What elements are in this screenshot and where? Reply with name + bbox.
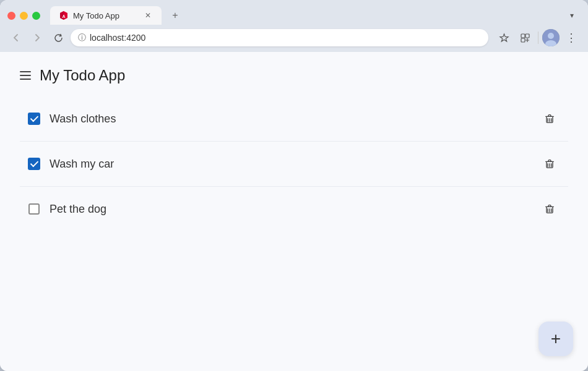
svg-rect-14 — [549, 163, 550, 167]
svg-rect-17 — [547, 208, 548, 212]
tab-dropdown-button[interactable]: ▾ — [563, 7, 581, 24]
tab-row: A My Todo App ✕ + ▾ — [7, 6, 581, 25]
svg-rect-18 — [549, 208, 550, 212]
hamburger-icon[interactable] — [20, 71, 31, 80]
todo-label: Wash clothes — [50, 113, 530, 126]
todo-checkbox[interactable] — [27, 157, 41, 171]
browser-window: A My Todo App ✕ + ▾ — [0, 0, 588, 371]
star-icon — [499, 33, 509, 43]
trash-icon — [543, 203, 556, 215]
todo-list: Wash clothes Wash my car Pet the dog — [0, 96, 588, 231]
svg-rect-4 — [525, 34, 529, 38]
todo-checkbox[interactable] — [27, 112, 41, 126]
extensions-icon — [520, 33, 530, 43]
tab-title: My Todo App — [73, 11, 139, 20]
nav-actions: ⋮ — [495, 28, 581, 47]
todo-item: Pet the dog — [20, 187, 568, 231]
svg-rect-15 — [551, 163, 551, 167]
tab-close-button[interactable]: ✕ — [143, 11, 153, 20]
forward-button[interactable] — [28, 29, 46, 46]
svg-rect-11 — [551, 118, 551, 122]
todo-item: Wash my car — [20, 142, 568, 187]
more-button[interactable]: ⋮ — [562, 28, 581, 47]
checkbox-unchecked-icon — [28, 203, 40, 215]
svg-rect-13 — [547, 163, 548, 167]
checkbox-checked-icon — [28, 158, 40, 170]
maximize-button[interactable] — [32, 12, 40, 20]
minimize-button[interactable] — [20, 12, 28, 20]
trash-icon — [543, 158, 556, 170]
profile-button[interactable] — [542, 29, 560, 46]
todo-label: Wash my car — [50, 158, 530, 171]
todo-label: Pet the dog — [50, 203, 530, 216]
svg-rect-3 — [521, 34, 525, 38]
trash-icon — [543, 113, 556, 125]
checkbox-checked-icon — [28, 113, 40, 125]
svg-text:A: A — [62, 14, 65, 19]
star-button[interactable] — [495, 28, 513, 47]
svg-point-7 — [548, 33, 554, 39]
new-tab-button[interactable]: + — [166, 7, 184, 24]
address-input[interactable] — [90, 33, 481, 43]
back-icon — [12, 33, 20, 42]
delete-todo-button[interactable] — [538, 198, 561, 220]
address-info-icon: ⓘ — [78, 32, 86, 43]
svg-rect-19 — [551, 208, 551, 212]
delete-todo-button[interactable] — [538, 108, 561, 130]
todo-item: Wash clothes — [20, 96, 568, 142]
back-button[interactable] — [7, 29, 25, 46]
delete-todo-button[interactable] — [538, 153, 561, 175]
reload-icon — [54, 33, 63, 43]
window-controls — [7, 12, 40, 20]
close-button[interactable] — [7, 12, 15, 20]
tab-favicon-icon: A — [59, 11, 69, 20]
extensions-button[interactable] — [516, 28, 534, 47]
forward-icon — [33, 33, 41, 42]
nav-divider — [538, 32, 538, 44]
address-bar-wrapper[interactable]: ⓘ — [71, 29, 488, 46]
active-tab[interactable]: A My Todo App ✕ — [50, 6, 162, 25]
app-title: My Todo App — [40, 67, 125, 84]
avatar-icon — [542, 29, 560, 46]
reload-button[interactable] — [50, 29, 67, 46]
svg-rect-5 — [521, 38, 525, 42]
nav-bar: ⓘ — [0, 25, 588, 52]
svg-rect-10 — [549, 118, 550, 122]
svg-rect-9 — [547, 118, 548, 122]
app-header: My Todo App — [0, 52, 588, 96]
add-todo-button[interactable]: + — [538, 322, 573, 356]
page-content: My Todo App Wash clothes Wash my car Pet… — [0, 52, 588, 371]
todo-checkbox[interactable] — [27, 202, 41, 216]
title-bar: A My Todo App ✕ + ▾ — [0, 0, 588, 25]
